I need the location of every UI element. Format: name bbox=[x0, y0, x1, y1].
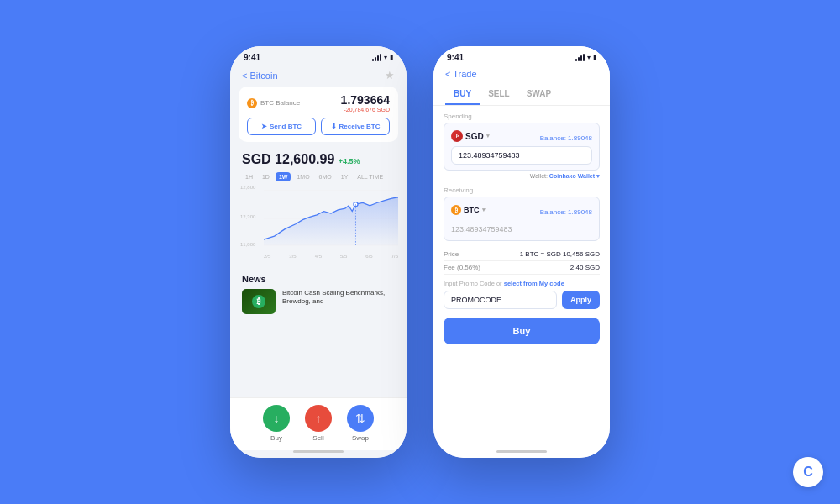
spending-amount-input[interactable] bbox=[451, 146, 592, 165]
bitcoin-screen: 9:41 ▾ ▮ < Bitcoin ★ bbox=[230, 46, 407, 458]
trade-tabs: BUY SELL SWAP bbox=[433, 84, 610, 106]
promo-input-row: Apply bbox=[444, 291, 600, 309]
chart-x-labels: 2/5 3/5 4/5 5/5 6/5 7/5 bbox=[264, 254, 398, 259]
receiving-balance-label: Balance: bbox=[540, 208, 568, 216]
receive-icon: ⬇ bbox=[331, 123, 337, 130]
status-icons-left: ▾ ▮ bbox=[372, 54, 393, 61]
apply-button[interactable]: Apply bbox=[562, 291, 600, 309]
wifi-icon-left: ▾ bbox=[384, 54, 387, 61]
signal-bars-left bbox=[372, 54, 381, 61]
filter-1y[interactable]: 1Y bbox=[338, 172, 352, 181]
filter-1h[interactable]: 1H bbox=[242, 172, 256, 181]
price-chart: 12,800 12,300 11,800 bbox=[230, 185, 407, 269]
price-info-section: Price 1 BTC = SGD 10,456 SGD Fee (0.56%)… bbox=[444, 248, 600, 275]
spending-card: 🏳 SGD ▾ Balance: 1.89048 bbox=[444, 123, 600, 171]
chart-svg bbox=[264, 185, 398, 252]
wallet-link[interactable]: Coinhako Wallet ▾ bbox=[549, 173, 600, 179]
spending-balance-value: 1.89048 bbox=[568, 134, 592, 142]
x-label-6: 7/5 bbox=[391, 254, 398, 259]
price-label: Price bbox=[444, 250, 459, 258]
btc-icon-balance: ₿ bbox=[247, 98, 257, 108]
send-icon: ➤ bbox=[261, 123, 267, 130]
y-label-mid: 12,300 bbox=[240, 214, 255, 219]
news-thumb-bg: ₿ bbox=[242, 289, 276, 314]
signal-bars-right bbox=[575, 54, 585, 61]
spending-balance-label: Balance: bbox=[540, 134, 568, 142]
balance-buttons: ➤ Send BTC ⬇ Receive BTC bbox=[247, 118, 390, 135]
status-bar-right: 9:41 ▾ ▮ bbox=[433, 46, 610, 66]
filter-all[interactable]: ALL TIME bbox=[354, 172, 386, 181]
buy-button[interactable]: Buy bbox=[444, 318, 600, 344]
sell-label: Sell bbox=[312, 434, 323, 442]
signal-bar-1 bbox=[372, 59, 374, 61]
btc-chevron: ▾ bbox=[482, 207, 486, 213]
balance-amount: 1.793664 bbox=[341, 93, 390, 107]
action-swap[interactable]: ⇅ Swap bbox=[347, 405, 374, 442]
receive-btc-button[interactable]: ⬇ Receive BTC bbox=[321, 118, 390, 135]
status-time-left: 9:41 bbox=[244, 53, 260, 62]
filter-1w[interactable]: 1W bbox=[276, 172, 291, 181]
price-change: +4.5% bbox=[339, 157, 360, 165]
action-buy[interactable]: ↓ Buy bbox=[263, 405, 290, 442]
tab-swap[interactable]: SWAP bbox=[518, 84, 559, 105]
receiving-amount-input[interactable] bbox=[451, 225, 592, 234]
signal-bar-r1 bbox=[575, 59, 577, 61]
filter-1d[interactable]: 1D bbox=[259, 172, 273, 181]
y-label-high: 12,800 bbox=[240, 185, 255, 190]
nav-bar-left: < Bitcoin ★ bbox=[230, 66, 407, 87]
sell-circle: ↑ bbox=[305, 405, 332, 432]
x-label-1: 2/5 bbox=[264, 254, 270, 259]
battery-icon-right: ▮ bbox=[593, 54, 596, 61]
x-label-3: 4/5 bbox=[315, 254, 322, 259]
bch-logo: ₿ bbox=[252, 295, 265, 308]
price-value: 1 BTC = SGD 10,456 SGD bbox=[520, 250, 600, 258]
back-button-right[interactable]: < Trade bbox=[445, 69, 477, 79]
spending-section: Spending 🏳 SGD ▾ bbox=[444, 113, 600, 180]
filter-6mo[interactable]: 6MO bbox=[316, 172, 335, 181]
tab-buy[interactable]: BUY bbox=[445, 84, 480, 105]
price-row: Price 1 BTC = SGD 10,456 SGD bbox=[444, 248, 600, 261]
btc-balance-label: ₿ BTC Balance bbox=[247, 98, 300, 108]
status-time-right: 9:41 bbox=[447, 53, 464, 62]
time-filters: 1H 1D 1W 1MO 6MO 1Y ALL TIME bbox=[230, 169, 407, 185]
home-indicator-left bbox=[293, 450, 344, 453]
sgd-select[interactable]: 🏳 SGD ▾ bbox=[451, 130, 490, 142]
y-label-low: 11,800 bbox=[240, 242, 255, 247]
action-sell[interactable]: ↑ Sell bbox=[305, 405, 332, 442]
promo-label: Input Promo Code or select from My code bbox=[444, 280, 600, 287]
promo-link[interactable]: select from My code bbox=[504, 280, 564, 287]
buy-circle: ↓ bbox=[263, 405, 290, 432]
tab-sell[interactable]: SELL bbox=[480, 84, 518, 105]
x-label-4: 5/5 bbox=[340, 254, 347, 259]
signal-bar-3 bbox=[377, 55, 379, 61]
filter-1mo[interactable]: 1MO bbox=[293, 172, 312, 181]
back-button-left[interactable]: < Bitcoin bbox=[242, 71, 278, 81]
bitcoin-phone: 9:41 ▾ ▮ < Bitcoin ★ bbox=[230, 46, 407, 458]
send-btc-button[interactable]: ➤ Send BTC bbox=[247, 118, 316, 135]
trade-phone: 9:41 ▾ ▮ < Trade bbox=[433, 46, 610, 458]
coinhako-logo: C bbox=[793, 457, 823, 487]
signal-bar-r3 bbox=[580, 55, 582, 61]
buy-label: Buy bbox=[270, 434, 282, 442]
bookmark-icon[interactable]: ★ bbox=[385, 69, 395, 81]
swap-circle: ⇅ bbox=[347, 405, 374, 432]
trade-body: Spending 🏳 SGD ▾ bbox=[433, 113, 610, 444]
trade-screen: 9:41 ▾ ▮ < Trade bbox=[433, 46, 610, 458]
news-item[interactable]: ₿ Bitcoin Cash Scaling Benchmarks, Brewd… bbox=[242, 289, 395, 314]
promo-code-input[interactable] bbox=[444, 291, 557, 309]
signal-bar-4 bbox=[380, 54, 381, 61]
signal-bar-r4 bbox=[583, 54, 585, 61]
price-section: SGD 12,600.99 +4.5% bbox=[230, 149, 407, 169]
receiving-currency-row: ₿ BTC ▾ Balance: 1.89048 bbox=[451, 202, 592, 218]
receiving-label: Receiving bbox=[444, 186, 600, 194]
sgd-flag: 🏳 bbox=[451, 130, 463, 142]
wallet-row: Wallet: Coinhako Wallet ▾ bbox=[444, 173, 600, 180]
fee-label: Fee (0.56%) bbox=[444, 264, 480, 271]
sgd-chevron: ▾ bbox=[486, 133, 490, 139]
receiving-balance-value: 1.89048 bbox=[568, 208, 592, 216]
news-title: News bbox=[242, 274, 395, 284]
home-indicator-right bbox=[496, 450, 547, 453]
btc-select[interactable]: ₿ BTC ▾ bbox=[451, 205, 486, 215]
receiving-section: Receiving ₿ BTC ▾ Balance: 1.8 bbox=[444, 186, 600, 241]
spending-label: Spending bbox=[444, 113, 600, 120]
